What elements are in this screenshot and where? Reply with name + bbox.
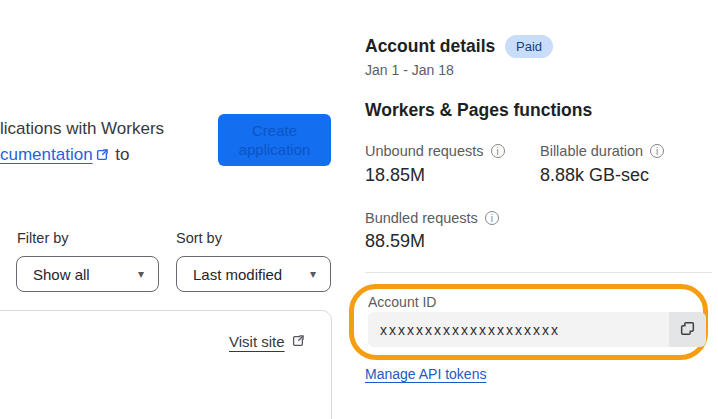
stat-label-text: Billable duration: [540, 143, 643, 159]
section-divider: [365, 272, 712, 273]
intro-line1: lications with Workers: [0, 119, 164, 138]
filter-dropdown-value: Show all: [33, 266, 90, 283]
copy-icon: [679, 320, 696, 340]
account-id-field-group: [368, 312, 706, 347]
stat-label-text: Unbound requests: [365, 143, 484, 159]
documentation-link[interactable]: cumentation: [0, 145, 93, 164]
info-icon[interactable]: i: [485, 211, 499, 225]
chevron-down-icon: ▾: [128, 267, 144, 281]
info-icon[interactable]: i: [491, 144, 505, 158]
intro-suffix: to: [115, 145, 129, 164]
manage-api-tokens-link[interactable]: Manage API tokens: [365, 366, 486, 382]
functions-section-title: Workers & Pages functions: [365, 100, 592, 121]
visit-site-link[interactable]: Visit site: [229, 333, 305, 350]
chevron-down-icon: ▾: [300, 267, 316, 281]
filter-by-label: Filter by: [17, 230, 69, 246]
stat-value-bundled-requests: 88.59M: [365, 231, 425, 252]
workers-pages-dashboard: lications with Workers cumentation to Cr…: [0, 0, 718, 419]
sort-dropdown[interactable]: Last modified ▾: [176, 256, 331, 292]
account-id-label: Account ID: [368, 294, 436, 310]
visit-site-label: Visit site: [229, 333, 285, 350]
copy-button[interactable]: [669, 312, 706, 347]
intro-text: lications with Workers cumentation to: [0, 116, 164, 168]
stat-value-unbound-requests: 18.85M: [365, 165, 425, 186]
external-link-icon: [291, 334, 305, 351]
sort-by-label: Sort by: [176, 230, 222, 246]
account-id-input[interactable]: [368, 312, 669, 347]
date-range: Jan 1 - Jan 18: [365, 62, 454, 78]
filter-dropdown[interactable]: Show all ▾: [16, 256, 159, 292]
stat-value-billable-duration: 8.88k GB-sec: [540, 165, 649, 186]
stat-label-bundled-requests: Bundled requests i: [365, 210, 499, 226]
external-link-icon: [95, 147, 109, 166]
info-icon[interactable]: i: [650, 144, 664, 158]
stat-label-billable-duration: Billable duration i: [540, 143, 664, 159]
stat-label-unbound-requests: Unbound requests i: [365, 143, 505, 159]
sort-dropdown-value: Last modified: [193, 266, 282, 283]
stat-label-text: Bundled requests: [365, 210, 478, 226]
create-application-button[interactable]: Create application: [218, 114, 331, 166]
account-details-title: Account details: [365, 36, 495, 57]
plan-badge: Paid: [505, 35, 553, 58]
project-card: [0, 310, 332, 419]
